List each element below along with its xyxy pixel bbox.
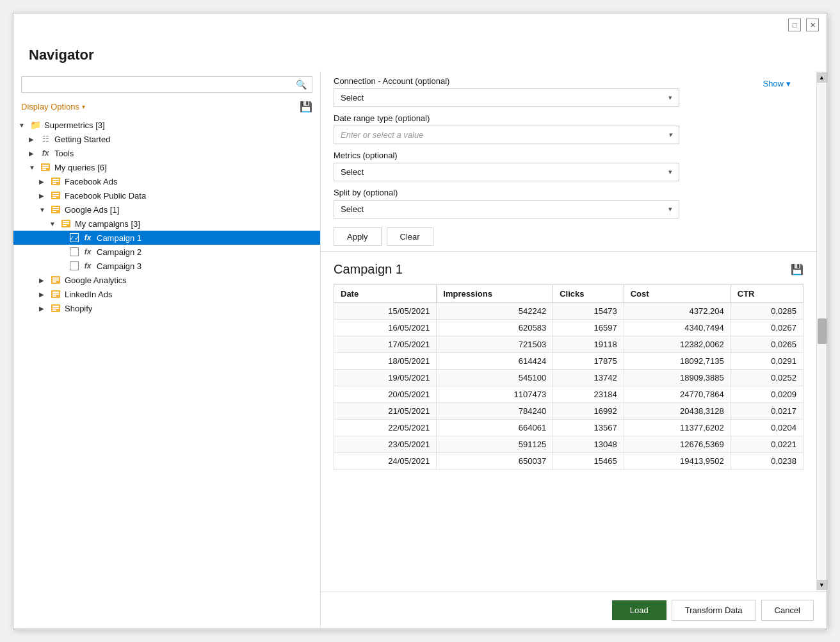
metrics-arrow: ▾ [668, 168, 672, 176]
close-button[interactable]: ✕ [806, 19, 819, 31]
table-cell: 19118 [553, 336, 624, 353]
split-by-arrow: ▾ [668, 205, 672, 213]
transform-button[interactable]: Transform Data [672, 600, 756, 621]
preview-export-icon[interactable]: 💾 [791, 263, 804, 276]
scroll-up-button[interactable]: ▲ [817, 72, 827, 83]
table-cell: 12676,5369 [624, 436, 731, 453]
svg-rect-29 [52, 306, 59, 307]
table-cell: 13048 [553, 436, 624, 453]
search-icon[interactable]: 🔍 [296, 79, 307, 90]
tree-item-tools[interactable]: ▶ fx Tools [13, 146, 320, 160]
tree-item-facebook-ads[interactable]: ▶ Facebook Ads [13, 174, 320, 188]
tree-item-my-queries[interactable]: ▼ My queries [6] [13, 160, 320, 174]
table-cell: 20438,3128 [624, 403, 731, 420]
table-cell: 23/05/2021 [334, 436, 437, 453]
table-cell: 15465 [553, 453, 624, 470]
date-range-select[interactable]: Enter or select a value ▾ [334, 126, 679, 144]
table-cell: 18/05/2021 [334, 353, 437, 370]
split-by-select[interactable]: Select ▾ [334, 200, 679, 218]
table-cell: 15/05/2021 [334, 303, 437, 320]
tree-item-campaign2[interactable]: fx Campaign 2 [13, 245, 320, 259]
expand-arrow-linkedin-ads: ▶ [39, 291, 49, 298]
table-cell: 13567 [553, 420, 624, 436]
svg-rect-3 [42, 169, 46, 170]
label-getting-started: Getting Started [54, 135, 110, 144]
label-facebook-public: Facebook Public Data [65, 191, 146, 201]
apply-clear-row: Apply Clear [334, 227, 804, 246]
maximize-button[interactable]: □ [788, 19, 801, 31]
page-title: Navigator [13, 37, 827, 71]
clear-button[interactable]: Clear [387, 227, 433, 246]
metrics-select[interactable]: Select ▾ [334, 163, 679, 181]
content-area: Navigator 🔍 Display Options ▾ 💾 [13, 37, 827, 629]
query-icon-my-campaigns [60, 218, 72, 229]
tree-item-supermetrics[interactable]: ▼ 📁 Supermetrics [3] [13, 118, 320, 132]
export-icon[interactable]: 💾 [300, 101, 312, 113]
svg-rect-30 [52, 308, 59, 309]
tree-item-campaign1[interactable]: ✓ fx Campaign 1 [13, 231, 320, 245]
svg-rect-19 [63, 225, 67, 226]
svg-rect-7 [52, 183, 56, 184]
expand-arrow-tools: ▶ [29, 150, 39, 157]
query-icon-google-analytics [49, 275, 62, 285]
query-icon-google-ads [49, 204, 62, 215]
tree-item-google-analytics[interactable]: ▶ Google Analytics [13, 273, 320, 287]
tree-item-campaign3[interactable]: fx Campaign 3 [13, 259, 320, 273]
label-facebook-ads: Facebook Ads [65, 177, 117, 186]
checkbox-campaign2[interactable] [70, 247, 79, 256]
checkbox-campaign3[interactable] [70, 261, 79, 270]
tree-item-google-ads[interactable]: ▼ Google Ads [1] [13, 202, 320, 217]
apply-button[interactable]: Apply [334, 227, 382, 246]
label-shopify: Shopify [65, 304, 92, 313]
connection-arrow: ▾ [668, 94, 672, 102]
load-button[interactable]: Load [612, 600, 666, 620]
col-date: Date [334, 285, 437, 303]
label-campaign2: Campaign 2 [97, 247, 141, 257]
table-cell: 19413,9502 [624, 453, 731, 470]
table-row: 18/05/20216144241787518092,71350,0291 [334, 353, 804, 370]
expand-arrow-my-queries: ▼ [29, 164, 39, 171]
right-scrollbar[interactable]: ▲ ▼ [816, 71, 827, 591]
navigator-window: □ ✕ Navigator 🔍 Display Options ▾ [13, 13, 827, 629]
table-cell: 4372,204 [624, 303, 731, 320]
table-cell: 0,0265 [731, 336, 803, 353]
tree-item-my-campaigns[interactable]: ▼ My campaigns [3] [13, 217, 320, 231]
svg-rect-9 [52, 193, 59, 194]
tree-item-facebook-public[interactable]: ▶ Facebook Public Data [13, 188, 320, 202]
svg-rect-18 [63, 223, 69, 224]
table-cell: 0,0204 [731, 420, 803, 436]
show-button[interactable]: Show ▾ [763, 79, 791, 88]
table-cell: 0,0267 [731, 320, 803, 336]
scroll-down-button[interactable]: ▼ [817, 580, 827, 590]
checkbox-campaign1[interactable]: ✓ [70, 233, 79, 242]
svg-rect-21 [52, 277, 59, 279]
expand-arrow-facebook-public: ▶ [39, 192, 49, 199]
metrics-value: Select [341, 167, 364, 177]
tree-item-shopify[interactable]: ▶ Shopify [13, 301, 320, 315]
svg-rect-27 [52, 295, 56, 297]
table-cell: 0,0238 [731, 453, 803, 470]
preview-header: Campaign 1 💾 [334, 262, 804, 277]
svg-rect-13 [52, 207, 59, 208]
query-icon-my-queries [39, 162, 52, 172]
scroll-thumb[interactable] [818, 318, 827, 344]
display-options-button[interactable]: Display Options ▾ [21, 102, 85, 111]
col-clicks: Clicks [553, 285, 624, 303]
table-row: 17/05/20217215031911812382,00620,0265 [334, 336, 804, 353]
table-row: 23/05/20215911251304812676,53690,0221 [334, 436, 804, 453]
connection-select[interactable]: Select ▾ [334, 88, 679, 107]
data-table: Date Impressions Clicks Cost CTR 15/05/2… [334, 284, 804, 470]
date-range-label: Date range type (optional) [334, 113, 804, 123]
title-bar-controls: □ ✕ [788, 19, 819, 31]
expand-arrow-google-analytics: ▶ [39, 277, 49, 284]
table-cell: 784240 [437, 403, 553, 420]
cancel-button[interactable]: Cancel [761, 600, 814, 621]
search-input[interactable] [27, 80, 296, 90]
table-cell: 545100 [437, 370, 553, 386]
tree-item-linkedin-ads[interactable]: ▶ LinkedIn Ads [13, 287, 320, 301]
label-linkedin-ads: LinkedIn Ads [65, 290, 112, 299]
date-range-arrow: ▾ [668, 131, 672, 139]
tree-item-getting-started[interactable]: ▶ ☷ Getting Started [13, 132, 320, 146]
table-icon-getting-started: ☷ [39, 134, 52, 144]
table-cell: 16597 [553, 320, 624, 336]
